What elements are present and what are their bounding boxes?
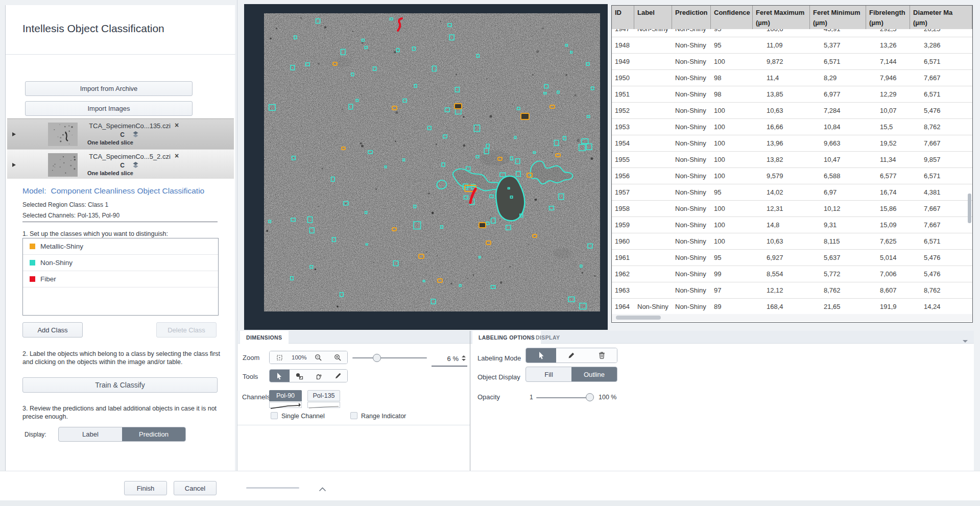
channel-button-pol-135[interactable]: Pol-135: [307, 390, 340, 401]
table-cell: 45,91: [810, 29, 866, 33]
table-row[interactable]: 1960Non-Shiny10010,638,1157,6256,571: [612, 233, 972, 250]
table-cell: 6,571: [910, 58, 972, 65]
class-row[interactable]: Fiber: [23, 271, 218, 287]
channel-curve-strip[interactable]: [307, 402, 340, 408]
cancel-button[interactable]: Cancel: [174, 481, 217, 495]
table-row[interactable]: 1961Non-Shiny956,9275,6375,0145,476: [612, 250, 972, 266]
table-row[interactable]: 1955Non-Shiny10013,8210,4711,349,857: [612, 152, 972, 168]
table-horizontal-scrollbar[interactable]: [612, 314, 972, 321]
intellesis-window: Intellesis Object Classification Import …: [0, 0, 980, 506]
expand-up-button[interactable]: [319, 485, 326, 494]
range-indicator-checkbox[interactable]: [350, 412, 357, 419]
class-row[interactable]: Non-Shiny: [23, 255, 218, 271]
object-display-outline-option[interactable]: Outline: [571, 367, 617, 381]
column-header[interactable]: Confidence: [711, 6, 753, 29]
table-row[interactable]: 1963Non-Shiny9712,128,7628,6078,762: [612, 282, 972, 299]
column-header[interactable]: Diameter Ma(µm): [910, 6, 972, 29]
spinner-up-icon[interactable]: [462, 355, 466, 357]
table-cell: 100: [711, 107, 753, 114]
channel-button-pol-90[interactable]: Pol-90: [269, 390, 302, 401]
add-class-button[interactable]: Add Class: [22, 322, 83, 338]
import-images-button[interactable]: Import Images: [25, 101, 193, 116]
table-cell: 5,377: [810, 41, 866, 49]
table-row[interactable]: 1957Non-Shiny9514,026,9716,744,381: [612, 184, 972, 201]
column-header[interactable]: ID: [612, 6, 634, 29]
table-row[interactable]: 1950Non-Shiny9811,48,297,9467,667: [612, 70, 972, 86]
table-row[interactable]: 1964Non-ShinyNon-Shiny89168,421,65191,91…: [612, 299, 972, 314]
expander-icon[interactable]: [12, 132, 16, 136]
expander-icon[interactable]: [12, 163, 16, 167]
import-from-archive-button[interactable]: Import from Archive: [25, 81, 193, 96]
opacity-slider-thumb[interactable]: [586, 393, 594, 401]
table-row[interactable]: 1958Non-Shiny10012,3110,1215,867,667: [612, 201, 972, 217]
model-label: Model:: [22, 186, 46, 195]
picker-tool-button[interactable]: [328, 370, 348, 382]
zoom-button-group: 100%: [269, 351, 348, 364]
table-row[interactable]: 1948Non-Shiny9511,095,37713,263,286: [612, 37, 972, 54]
labeling-select-button[interactable]: [526, 348, 556, 363]
zoom-100-button[interactable]: 100%: [290, 351, 309, 364]
delete-class-button[interactable]: Delete Class: [156, 322, 217, 338]
table-row[interactable]: 1962Non-Shiny998,5545,7727,0065,476: [612, 266, 972, 282]
specimen-image[interactable]: [264, 13, 600, 311]
zoom-out-button[interactable]: [309, 351, 328, 364]
zoom-slider-thumb[interactable]: [373, 354, 381, 362]
single-channel-checkbox[interactable]: [271, 412, 278, 419]
opacity-slider-track[interactable]: [536, 397, 590, 398]
zoom-fit-button[interactable]: [270, 351, 290, 364]
pan-tool-button[interactable]: [309, 370, 328, 382]
object-display-fill-option[interactable]: Fill: [526, 367, 571, 381]
table-row[interactable]: 1947Non-ShinyNon-Shiny95166,645,91292,52…: [612, 29, 972, 37]
zoom-percent-value[interactable]: 6 %: [435, 355, 459, 363]
zoom-slider-track[interactable]: [352, 357, 427, 358]
class-row[interactable]: Metallic-Shiny: [23, 238, 218, 255]
table-row[interactable]: 1956Non-Shiny1009,5796,5886,5776,571: [612, 168, 972, 184]
table-cell: 12,31: [753, 205, 810, 212]
column-header[interactable]: Fibrelength(µm): [866, 6, 910, 29]
labeling-mode-label: Labeling Mode: [477, 354, 521, 362]
table-row[interactable]: 1951Non-Shiny9813,856,97712,296,571: [612, 86, 972, 103]
tab-display[interactable]: DISPLAY: [530, 331, 566, 344]
train-classify-button[interactable]: Train & Classify: [22, 377, 218, 393]
footer-scroll-thumb[interactable]: [246, 487, 299, 489]
labeling-delete-button[interactable]: [587, 348, 617, 363]
display-label-option[interactable]: Label: [59, 427, 122, 441]
selected-region-class: Selected Region Class: Class 1: [22, 201, 108, 208]
image-list-item[interactable]: TCA_SpecimenCo...135.czi×COne labeled sl…: [7, 118, 234, 149]
zoom-percent-spinner[interactable]: [462, 355, 466, 361]
finish-button[interactable]: Finish: [124, 481, 167, 495]
table-row[interactable]: 1952Non-Shiny10010,637,28410,075,476: [612, 103, 972, 119]
table-cell: 1953: [612, 123, 634, 131]
column-header[interactable]: Label: [634, 6, 672, 29]
table-row[interactable]: 1949Non-Shiny1009,8726,5717,1446,571: [612, 54, 972, 70]
bottom-panel-divider[interactable]: [470, 331, 470, 471]
table-cell: 19,52: [866, 139, 910, 147]
horizontal-scroll-thumb[interactable]: [616, 316, 661, 320]
column-header[interactable]: Prediction: [672, 6, 711, 29]
zoom-in-button[interactable]: [328, 351, 348, 364]
collapse-panel-button[interactable]: [962, 336, 968, 345]
image-list-item[interactable]: TCA_SpecimenCo...5_2.czi×COne labeled sl…: [7, 149, 234, 179]
table-cell: 9,663: [810, 139, 866, 147]
column-header[interactable]: Feret Maximum(µm): [753, 6, 810, 29]
select-tool-button[interactable]: [270, 370, 290, 382]
display-prediction-option[interactable]: Prediction: [122, 427, 185, 441]
zoom-region-tool-button[interactable]: [290, 370, 309, 382]
spinner-down-icon[interactable]: [462, 359, 466, 361]
image-badges: C: [84, 161, 176, 169]
channel-curve-strip[interactable]: [269, 402, 302, 408]
table-cell: 12,29: [866, 90, 910, 98]
column-header[interactable]: Feret Minimum(µm): [810, 6, 866, 29]
table-vertical-scrollbar[interactable]: [968, 194, 971, 223]
table-row[interactable]: 1954Non-Shiny10013,969,66319,527,667: [612, 135, 972, 152]
table-cell: 6,977: [810, 90, 866, 98]
table-row[interactable]: 1953Non-Shiny10016,6610,8415,58,762: [612, 119, 972, 135]
model-name: Component Cleanliness Object Classificat…: [51, 186, 205, 195]
close-icon[interactable]: ×: [175, 152, 179, 160]
table-row[interactable]: 1959Non-Shiny10014,89,3115,097,667: [612, 217, 972, 233]
table-cell: 15,86: [866, 205, 910, 212]
close-icon[interactable]: ×: [175, 121, 179, 129]
table-cell: 7,667: [910, 205, 972, 212]
labeling-draw-button[interactable]: [556, 348, 586, 363]
tab-dimensions[interactable]: DIMENSIONS: [240, 331, 289, 344]
